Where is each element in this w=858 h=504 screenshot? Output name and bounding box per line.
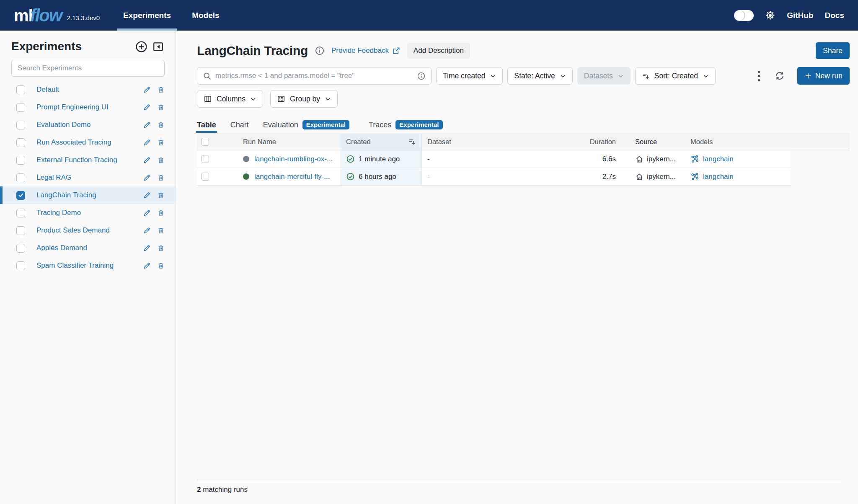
tab-chart[interactable]: Chart (230, 117, 249, 132)
header-duration[interactable]: Duration (584, 134, 620, 150)
experiment-link[interactable]: Apples Demand (36, 244, 143, 252)
run-name-link[interactable]: langchain-rumbling-ox-... (254, 155, 333, 163)
experiments-sidebar: Experiments Default (0, 31, 176, 504)
new-experiment-icon[interactable] (135, 40, 148, 53)
experiment-checkbox[interactable] (16, 138, 25, 147)
delete-experiment-icon[interactable] (157, 227, 165, 234)
provide-feedback-link[interactable]: Provide Feedback (331, 47, 401, 55)
experiment-list-item: Apples Demand (0, 239, 176, 257)
tab-traces[interactable]: Traces Experimental (369, 117, 443, 132)
header-created[interactable]: Created (340, 134, 421, 150)
experiment-link[interactable]: Tracing Demo (36, 209, 143, 217)
header-dataset[interactable]: Dataset (421, 134, 584, 150)
search-icon (203, 72, 212, 80)
experiment-checkbox[interactable] (16, 156, 25, 165)
delete-experiment-icon[interactable] (157, 262, 165, 269)
share-button[interactable]: Share (816, 42, 850, 59)
edit-experiment-icon[interactable] (143, 85, 151, 94)
experiment-link[interactable]: Run Associated Tracing (36, 138, 143, 147)
edit-experiment-icon[interactable] (143, 103, 151, 111)
experiment-info-icon[interactable] (315, 46, 325, 56)
more-options-icon[interactable] (756, 70, 762, 82)
edit-experiment-icon[interactable] (143, 261, 151, 270)
run-checkbox[interactable] (201, 155, 209, 163)
state-filter[interactable]: State: Active (507, 67, 572, 85)
delete-experiment-icon[interactable] (157, 209, 165, 217)
delete-experiment-icon[interactable] (157, 156, 165, 164)
sort-dropdown[interactable]: Sort: Created (635, 67, 716, 85)
search-experiments-input[interactable] (11, 60, 165, 77)
delete-experiment-icon[interactable] (157, 174, 165, 181)
experiment-checkbox[interactable] (16, 85, 25, 94)
runs-search-input[interactable] (215, 72, 413, 80)
experiment-link[interactable]: Default (36, 85, 143, 94)
collapse-sidebar-icon[interactable] (152, 41, 164, 53)
edit-experiment-icon[interactable] (143, 226, 151, 235)
header-source[interactable]: Source (620, 134, 685, 150)
experiment-checkbox[interactable] (16, 209, 25, 217)
header-run-name[interactable]: Run Name (214, 134, 340, 150)
chevron-down-icon (490, 73, 496, 79)
edit-experiment-icon[interactable] (143, 191, 151, 199)
edit-experiment-icon[interactable] (143, 138, 151, 147)
experiment-checkbox[interactable] (16, 121, 25, 129)
chevron-down-icon (325, 96, 331, 102)
experiment-link[interactable]: LangChain Tracing (36, 191, 143, 199)
run-checkbox[interactable] (201, 173, 209, 181)
experiment-link[interactable]: Legal RAG (36, 173, 143, 182)
refresh-icon[interactable] (775, 71, 785, 81)
dataset-value: - (421, 150, 584, 168)
sidebar-title: Experiments (11, 40, 82, 53)
nav-tab-experiments[interactable]: Experiments (117, 0, 177, 31)
run-row: langchain-rumbling-ox-... 1 minute ago -… (197, 150, 791, 168)
add-description-button[interactable]: Add Description (407, 43, 470, 59)
experiment-link[interactable]: Evaluation Demo (36, 121, 143, 129)
experiment-link[interactable]: External Function Tracing (36, 156, 143, 164)
experiment-checkbox[interactable] (16, 103, 25, 112)
columns-button[interactable]: Columns (197, 90, 263, 108)
experiment-link[interactable]: Product Sales Demand (36, 226, 143, 235)
experiment-checkbox[interactable] (16, 173, 25, 182)
tab-evaluation[interactable]: Evaluation Experimental (263, 117, 349, 132)
experiment-link[interactable]: Spam Classifier Training (36, 261, 143, 270)
experiment-checkbox[interactable] (16, 226, 25, 235)
experiment-checkbox[interactable] (16, 244, 25, 253)
group-by-button[interactable]: Group by (270, 90, 338, 108)
model-link[interactable]: langchain (703, 155, 734, 163)
new-run-button[interactable]: New run (797, 67, 850, 85)
experiment-link[interactable]: Prompt Engineering UI (36, 103, 143, 111)
model-icon (690, 155, 699, 163)
gear-icon[interactable] (765, 10, 775, 21)
docs-link[interactable]: Docs (825, 11, 844, 20)
delete-experiment-icon[interactable] (157, 121, 165, 129)
experiment-checkbox[interactable] (16, 261, 25, 270)
experimental-badge: Experimental (302, 120, 349, 129)
run-row: langchain-merciful-fly-... 6 hours ago -… (197, 168, 791, 186)
tab-table[interactable]: Table (197, 117, 216, 132)
delete-experiment-icon[interactable] (157, 191, 165, 199)
edit-experiment-icon[interactable] (143, 173, 151, 182)
edit-experiment-icon[interactable] (143, 121, 151, 129)
search-info-icon[interactable] (417, 72, 426, 80)
header-models[interactable]: Models (685, 134, 850, 150)
experiment-list-item: Default (0, 81, 176, 98)
delete-experiment-icon[interactable] (157, 103, 165, 111)
source-value: ipykern... (647, 173, 676, 181)
select-all-checkbox[interactable] (201, 138, 209, 146)
delete-experiment-icon[interactable] (157, 139, 165, 146)
run-name-link[interactable]: langchain-merciful-fly-... (254, 173, 330, 181)
model-link[interactable]: langchain (703, 173, 734, 181)
experiment-checkbox-checked[interactable] (16, 191, 25, 200)
datasets-filter[interactable]: Datasets (577, 67, 631, 85)
delete-experiment-icon[interactable] (157, 86, 165, 93)
theme-toggle[interactable] (734, 10, 754, 21)
time-created-filter[interactable]: Time created (436, 67, 503, 85)
nav-tab-models[interactable]: Models (186, 0, 225, 31)
github-link[interactable]: GitHub (787, 11, 813, 20)
mlflow-logo: mlflow 2.13.3.dev0 (14, 0, 100, 31)
sort-desc-icon[interactable] (408, 138, 416, 146)
edit-experiment-icon[interactable] (143, 209, 151, 217)
edit-experiment-icon[interactable] (143, 156, 151, 164)
edit-experiment-icon[interactable] (143, 244, 151, 252)
delete-experiment-icon[interactable] (157, 244, 165, 252)
